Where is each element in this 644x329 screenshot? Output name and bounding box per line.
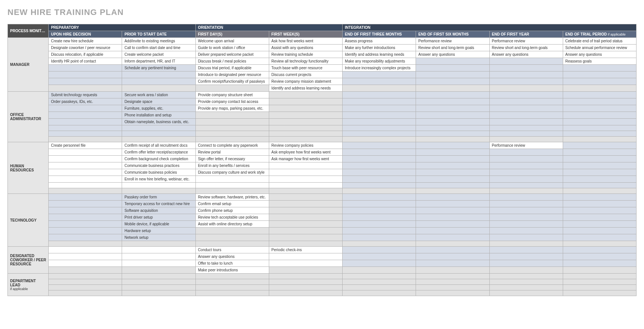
cell[interactable]: Assess progress	[343, 38, 416, 45]
cell[interactable]	[563, 162, 636, 169]
cell[interactable]	[489, 267, 563, 274]
cell[interactable]	[49, 228, 122, 234]
cell[interactable]	[49, 221, 122, 228]
cell[interactable]	[489, 112, 563, 119]
cell[interactable]	[489, 98, 563, 105]
cell[interactable]	[416, 119, 489, 125]
cell[interactable]	[269, 214, 342, 221]
cell[interactable]	[563, 183, 636, 188]
cell[interactable]: Submit technology requests	[49, 92, 122, 98]
cell[interactable]	[49, 169, 122, 176]
cell[interactable]	[122, 285, 195, 290]
cell[interactable]	[49, 125, 122, 131]
cell[interactable]	[489, 290, 563, 296]
cell[interactable]	[49, 162, 122, 169]
cell[interactable]	[489, 78, 563, 85]
cell[interactable]	[343, 156, 416, 162]
cell[interactable]	[122, 188, 195, 194]
cell[interactable]	[195, 119, 269, 125]
cell[interactable]: Conduct tours	[195, 247, 269, 253]
cell[interactable]	[343, 125, 416, 131]
cell[interactable]: Secure work area / station	[122, 92, 195, 98]
cell[interactable]: Discuss trial period, if applicable	[195, 65, 269, 71]
cell[interactable]	[122, 183, 195, 188]
cell[interactable]	[416, 105, 489, 112]
cell[interactable]	[563, 290, 636, 296]
cell[interactable]	[563, 247, 636, 253]
cell[interactable]	[269, 169, 342, 176]
cell[interactable]: Make any responsibility adjustments	[343, 58, 416, 65]
cell[interactable]: Create new hire schedule	[49, 38, 122, 45]
cell[interactable]	[343, 142, 416, 149]
cell[interactable]	[416, 194, 489, 201]
cell[interactable]: Confirm phone setup	[195, 207, 269, 214]
cell[interactable]	[343, 131, 416, 137]
cell[interactable]	[489, 214, 563, 221]
cell[interactable]	[49, 156, 122, 162]
cell[interactable]: Temporary access for contract new hire	[122, 201, 195, 207]
cell[interactable]	[195, 228, 269, 234]
cell[interactable]: Reassess goals	[563, 58, 636, 65]
cell[interactable]	[343, 274, 416, 279]
cell[interactable]	[269, 279, 342, 285]
cell[interactable]	[416, 241, 489, 247]
cell[interactable]	[343, 92, 416, 98]
cell[interactable]: Review portal	[195, 149, 269, 156]
cell[interactable]	[49, 149, 122, 156]
cell[interactable]: Software acquisition	[122, 207, 195, 214]
cell[interactable]	[269, 188, 342, 194]
cell[interactable]	[269, 105, 342, 112]
cell[interactable]: Provide company structure sheet	[195, 92, 269, 98]
cell[interactable]	[563, 285, 636, 290]
cell[interactable]	[343, 98, 416, 105]
cell[interactable]: Network setup	[122, 234, 195, 241]
cell[interactable]	[416, 221, 489, 228]
cell[interactable]	[269, 241, 342, 247]
cell[interactable]: Guide to work station / office	[195, 45, 269, 51]
cell[interactable]	[563, 207, 636, 214]
cell[interactable]	[416, 188, 489, 194]
cell[interactable]	[343, 137, 416, 142]
cell[interactable]	[563, 234, 636, 241]
cell[interactable]	[563, 241, 636, 247]
cell[interactable]	[195, 290, 269, 296]
cell[interactable]	[49, 267, 122, 274]
cell[interactable]	[563, 112, 636, 119]
cell[interactable]	[343, 260, 416, 267]
cell[interactable]: Confirm email setup	[195, 201, 269, 207]
cell[interactable]	[343, 234, 416, 241]
cell[interactable]: Call to confirm start date and time	[122, 45, 195, 51]
cell[interactable]	[49, 285, 122, 290]
cell[interactable]	[269, 267, 342, 274]
cell[interactable]: Communicate business practices	[122, 162, 195, 169]
cell[interactable]	[416, 98, 489, 105]
cell[interactable]	[416, 260, 489, 267]
cell[interactable]: Ask manager how first weeks went	[269, 156, 342, 162]
cell[interactable]	[563, 131, 636, 137]
cell[interactable]: Inform department, HR, and IT	[122, 58, 195, 65]
cell[interactable]	[563, 85, 636, 92]
cell[interactable]	[195, 241, 269, 247]
cell[interactable]: Passkey order form	[122, 194, 195, 201]
cell[interactable]	[416, 65, 489, 71]
cell[interactable]: Enroll in any benefits / services	[195, 162, 269, 169]
cell[interactable]	[195, 279, 269, 285]
cell[interactable]	[49, 241, 122, 247]
cell[interactable]: Enroll in new hire briefing, webinar, et…	[122, 176, 195, 183]
cell[interactable]: Review short and long-term goals	[489, 45, 563, 51]
cell[interactable]	[122, 241, 195, 247]
cell[interactable]	[195, 176, 269, 183]
cell[interactable]	[563, 221, 636, 228]
cell[interactable]	[489, 188, 563, 194]
cell[interactable]	[563, 137, 636, 142]
cell[interactable]: Answer any questions	[195, 253, 269, 260]
cell[interactable]: Schedule annual performance review	[563, 45, 636, 51]
cell[interactable]	[489, 285, 563, 290]
cell[interactable]	[195, 234, 269, 241]
cell[interactable]	[49, 274, 122, 279]
cell[interactable]: Welcome upon arrival	[195, 38, 269, 45]
cell[interactable]: Schedule any pertinent training	[122, 65, 195, 71]
cell[interactable]	[49, 253, 122, 260]
cell[interactable]: Discuss break / meal policies	[195, 58, 269, 65]
cell[interactable]	[416, 169, 489, 176]
